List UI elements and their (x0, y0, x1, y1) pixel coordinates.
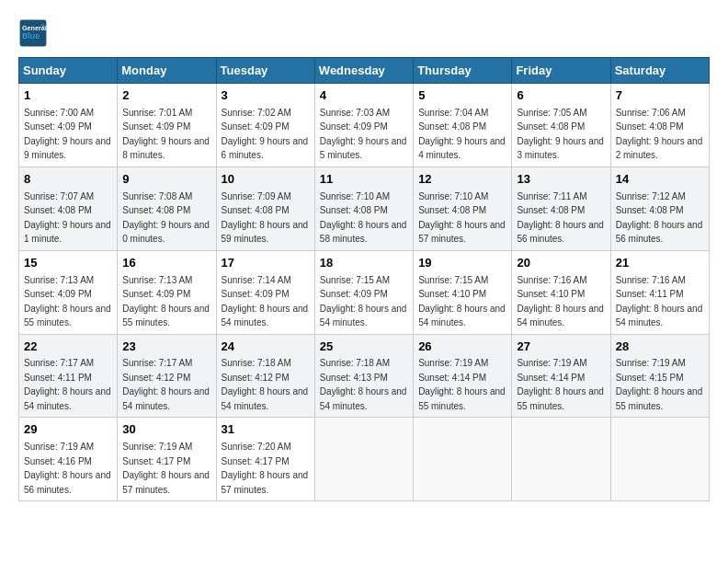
calendar-cell: 31 Sunrise: 7:20 AM Sunset: 4:17 PM Dayl… (216, 418, 314, 501)
day-sunrise: Sunrise: 7:17 AM (24, 358, 94, 368)
weekday-header: Monday (118, 58, 216, 84)
calendar-cell: 26 Sunrise: 7:19 AM Sunset: 4:14 PM Dayl… (414, 334, 512, 418)
calendar-cell: 25 Sunrise: 7:18 AM Sunset: 4:13 PM Dayl… (314, 334, 413, 418)
calendar-cell: 3 Sunrise: 7:02 AM Sunset: 4:09 PM Dayli… (216, 84, 314, 167)
day-sunrise: Sunrise: 7:13 AM (122, 275, 192, 285)
day-sunset: Sunset: 4:08 PM (616, 121, 684, 132)
day-sunset: Sunset: 4:13 PM (320, 373, 388, 383)
day-daylight: Daylight: 8 hours and 55 minutes. (24, 304, 111, 328)
day-sunrise: Sunrise: 7:09 AM (222, 191, 291, 201)
day-sunset: Sunset: 4:10 PM (517, 289, 585, 299)
day-sunrise: Sunrise: 7:19 AM (517, 358, 586, 368)
day-daylight: Daylight: 9 hours and 4 minutes. (418, 136, 506, 161)
day-daylight: Daylight: 8 hours and 56 minutes. (616, 220, 703, 245)
calendar-cell: 10 Sunrise: 7:09 AM Sunset: 4:08 PM Dayl… (216, 167, 314, 250)
day-number: 30 (122, 421, 210, 439)
calendar-cell: 18 Sunrise: 7:15 AM Sunset: 4:09 PM Dayl… (314, 250, 413, 334)
day-daylight: Daylight: 8 hours and 54 minutes. (24, 386, 111, 411)
day-number: 19 (418, 255, 506, 272)
day-daylight: Daylight: 8 hours and 54 minutes. (222, 386, 309, 411)
day-number: 8 (24, 171, 112, 189)
logo: General Blue (18, 18, 51, 48)
day-number: 18 (320, 255, 408, 272)
calendar-week-row: 15 Sunrise: 7:13 AM Sunset: 4:09 PM Dayl… (19, 250, 710, 334)
day-daylight: Daylight: 9 hours and 3 minutes. (517, 136, 604, 161)
day-sunrise: Sunrise: 7:19 AM (24, 442, 94, 452)
day-sunrise: Sunrise: 7:08 AM (122, 191, 192, 201)
day-sunset: Sunset: 4:15 PM (616, 373, 684, 383)
day-daylight: Daylight: 8 hours and 54 minutes. (320, 304, 407, 328)
day-sunset: Sunset: 4:08 PM (418, 121, 486, 132)
day-sunset: Sunset: 4:09 PM (24, 289, 92, 299)
calendar-cell: 6 Sunrise: 7:05 AM Sunset: 4:08 PM Dayli… (512, 84, 610, 167)
day-sunrise: Sunrise: 7:07 AM (24, 191, 94, 201)
calendar-cell: 27 Sunrise: 7:19 AM Sunset: 4:14 PM Dayl… (512, 334, 610, 418)
day-sunrise: Sunrise: 7:16 AM (616, 275, 686, 285)
day-sunrise: Sunrise: 7:06 AM (616, 108, 686, 118)
calendar-cell: 20 Sunrise: 7:16 AM Sunset: 4:10 PM Dayl… (512, 250, 610, 334)
day-sunrise: Sunrise: 7:02 AM (222, 108, 291, 118)
day-sunrise: Sunrise: 7:15 AM (418, 275, 488, 285)
day-sunset: Sunset: 4:09 PM (222, 121, 290, 132)
day-sunrise: Sunrise: 7:01 AM (122, 108, 192, 118)
day-sunrise: Sunrise: 7:00 AM (24, 108, 94, 118)
day-daylight: Daylight: 8 hours and 54 minutes. (222, 304, 309, 328)
calendar-cell: 29 Sunrise: 7:19 AM Sunset: 4:16 PM Dayl… (19, 418, 118, 501)
day-number: 7 (616, 87, 704, 105)
calendar-week-row: 29 Sunrise: 7:19 AM Sunset: 4:16 PM Dayl… (19, 418, 710, 501)
weekday-header: Tuesday (216, 58, 314, 84)
day-number: 2 (122, 87, 210, 105)
calendar-cell: 30 Sunrise: 7:19 AM Sunset: 4:17 PM Dayl… (118, 418, 216, 501)
day-number: 24 (222, 339, 310, 356)
calendar-cell: 1 Sunrise: 7:00 AM Sunset: 4:09 PM Dayli… (19, 84, 118, 167)
calendar-cell: 16 Sunrise: 7:13 AM Sunset: 4:09 PM Dayl… (118, 250, 216, 334)
day-daylight: Daylight: 9 hours and 5 minutes. (320, 136, 407, 161)
day-number: 11 (320, 171, 408, 189)
day-number: 1 (24, 87, 112, 105)
day-sunset: Sunset: 4:08 PM (517, 205, 585, 215)
weekday-header: Thursday (414, 58, 512, 84)
day-sunset: Sunset: 4:10 PM (418, 289, 486, 299)
day-sunrise: Sunrise: 7:19 AM (616, 358, 686, 368)
calendar-week-row: 22 Sunrise: 7:17 AM Sunset: 4:11 PM Dayl… (19, 334, 710, 418)
calendar-cell: 7 Sunrise: 7:06 AM Sunset: 4:08 PM Dayli… (610, 84, 709, 167)
day-number: 9 (122, 171, 210, 189)
day-sunset: Sunset: 4:11 PM (24, 373, 92, 383)
day-sunset: Sunset: 4:08 PM (517, 121, 585, 132)
day-number: 4 (320, 87, 408, 105)
day-daylight: Daylight: 8 hours and 54 minutes. (320, 386, 407, 411)
day-number: 10 (222, 171, 310, 189)
day-sunrise: Sunrise: 7:14 AM (222, 275, 291, 285)
day-daylight: Daylight: 8 hours and 54 minutes. (418, 304, 506, 328)
day-sunset: Sunset: 4:09 PM (122, 121, 190, 132)
day-number: 6 (517, 87, 605, 105)
weekday-header: Friday (512, 58, 610, 84)
calendar-table: SundayMondayTuesdayWednesdayThursdayFrid… (18, 57, 710, 501)
day-sunset: Sunset: 4:12 PM (222, 373, 290, 383)
calendar-cell (512, 418, 610, 501)
calendar-cell: 24 Sunrise: 7:18 AM Sunset: 4:12 PM Dayl… (216, 334, 314, 418)
calendar-cell: 12 Sunrise: 7:10 AM Sunset: 4:08 PM Dayl… (414, 167, 512, 250)
day-sunrise: Sunrise: 7:15 AM (320, 275, 390, 285)
day-sunset: Sunset: 4:09 PM (122, 289, 190, 299)
day-number: 23 (122, 339, 210, 356)
day-sunset: Sunset: 4:11 PM (616, 289, 684, 299)
calendar-cell: 21 Sunrise: 7:16 AM Sunset: 4:11 PM Dayl… (610, 250, 709, 334)
day-daylight: Daylight: 8 hours and 55 minutes. (122, 304, 210, 328)
calendar-cell: 13 Sunrise: 7:11 AM Sunset: 4:08 PM Dayl… (512, 167, 610, 250)
calendar-cell: 2 Sunrise: 7:01 AM Sunset: 4:09 PM Dayli… (118, 84, 216, 167)
day-daylight: Daylight: 8 hours and 56 minutes. (24, 470, 111, 495)
day-number: 28 (616, 339, 704, 356)
day-daylight: Daylight: 8 hours and 55 minutes. (517, 386, 604, 411)
day-sunrise: Sunrise: 7:11 AM (517, 191, 586, 201)
calendar-cell: 11 Sunrise: 7:10 AM Sunset: 4:08 PM Dayl… (314, 167, 413, 250)
calendar-header-row: SundayMondayTuesdayWednesdayThursdayFrid… (19, 58, 710, 84)
day-sunrise: Sunrise: 7:20 AM (222, 442, 291, 452)
day-sunset: Sunset: 4:16 PM (24, 456, 92, 466)
svg-text:Blue: Blue (22, 31, 40, 40)
day-number: 12 (418, 171, 506, 189)
calendar-cell: 28 Sunrise: 7:19 AM Sunset: 4:15 PM Dayl… (610, 334, 709, 418)
calendar-week-row: 8 Sunrise: 7:07 AM Sunset: 4:08 PM Dayli… (19, 167, 710, 250)
weekday-header: Saturday (610, 58, 709, 84)
day-sunset: Sunset: 4:08 PM (122, 205, 190, 215)
